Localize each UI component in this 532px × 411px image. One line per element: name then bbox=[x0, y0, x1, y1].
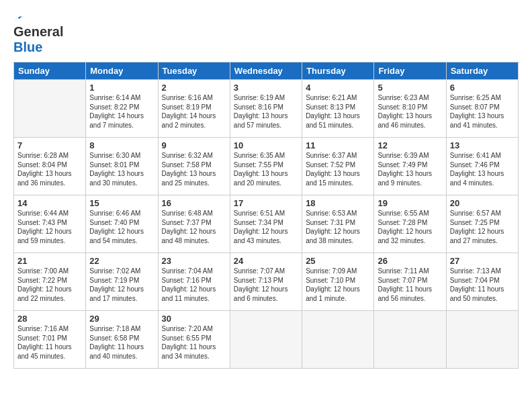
calendar-cell bbox=[374, 311, 446, 369]
calendar-cell: 4Sunrise: 6:21 AM Sunset: 8:13 PM Daylig… bbox=[302, 80, 374, 138]
day-number: 11 bbox=[306, 140, 370, 150]
day-number: 16 bbox=[162, 198, 226, 208]
day-detail: Sunrise: 6:32 AM Sunset: 7:58 PM Dayligh… bbox=[162, 151, 226, 187]
calendar-cell: 20Sunrise: 6:57 AM Sunset: 7:25 PM Dayli… bbox=[446, 195, 518, 253]
day-detail: Sunrise: 6:19 AM Sunset: 8:16 PM Dayligh… bbox=[234, 93, 298, 130]
calendar-cell: 14Sunrise: 6:44 AM Sunset: 7:43 PM Dayli… bbox=[14, 195, 86, 253]
day-detail: Sunrise: 6:41 AM Sunset: 7:46 PM Dayligh… bbox=[450, 151, 515, 187]
day-number: 21 bbox=[17, 256, 82, 266]
day-detail: Sunrise: 7:04 AM Sunset: 7:16 PM Dayligh… bbox=[162, 267, 226, 303]
calendar-cell: 15Sunrise: 6:46 AM Sunset: 7:40 PM Dayli… bbox=[86, 195, 158, 253]
day-detail: Sunrise: 7:07 AM Sunset: 7:13 PM Dayligh… bbox=[234, 267, 298, 303]
day-detail: Sunrise: 6:48 AM Sunset: 7:37 PM Dayligh… bbox=[162, 209, 226, 245]
calendar-cell: 28Sunrise: 7:16 AM Sunset: 7:01 PM Dayli… bbox=[14, 311, 86, 369]
calendar-cell: 24Sunrise: 7:07 AM Sunset: 7:13 PM Dayli… bbox=[230, 253, 302, 311]
day-number: 10 bbox=[234, 140, 298, 150]
day-detail: Sunrise: 7:09 AM Sunset: 7:10 PM Dayligh… bbox=[306, 267, 370, 303]
day-number: 7 bbox=[17, 140, 82, 150]
header: General Blue bbox=[13, 12, 519, 55]
day-detail: Sunrise: 6:35 AM Sunset: 7:55 PM Dayligh… bbox=[234, 151, 298, 187]
day-detail: Sunrise: 6:23 AM Sunset: 8:10 PM Dayligh… bbox=[378, 93, 442, 130]
day-number: 6 bbox=[450, 83, 515, 93]
day-number: 25 bbox=[306, 256, 370, 266]
calendar-cell: 21Sunrise: 7:00 AM Sunset: 7:22 PM Dayli… bbox=[14, 253, 86, 311]
day-number: 24 bbox=[234, 256, 298, 266]
day-number: 8 bbox=[89, 140, 154, 150]
day-number: 14 bbox=[17, 198, 82, 208]
day-detail: Sunrise: 6:55 AM Sunset: 7:28 PM Dayligh… bbox=[378, 209, 442, 245]
weekday-header-friday: Friday bbox=[374, 62, 446, 80]
calendar-cell: 30Sunrise: 7:20 AM Sunset: 6:55 PM Dayli… bbox=[158, 311, 230, 369]
day-number: 4 bbox=[306, 83, 370, 93]
day-detail: Sunrise: 6:51 AM Sunset: 7:34 PM Dayligh… bbox=[234, 209, 298, 245]
day-number: 20 bbox=[450, 198, 515, 208]
calendar-table: SundayMondayTuesdayWednesdayThursdayFrid… bbox=[13, 62, 519, 369]
day-number: 17 bbox=[234, 198, 298, 208]
logo-icon bbox=[13, 12, 26, 24]
day-detail: Sunrise: 7:13 AM Sunset: 7:04 PM Dayligh… bbox=[450, 267, 515, 303]
day-number: 15 bbox=[89, 198, 154, 208]
day-number: 1 bbox=[89, 83, 154, 93]
day-detail: Sunrise: 7:20 AM Sunset: 6:55 PM Dayligh… bbox=[162, 324, 226, 361]
day-number: 28 bbox=[17, 314, 82, 324]
calendar-cell bbox=[14, 80, 86, 138]
day-detail: Sunrise: 6:28 AM Sunset: 8:04 PM Dayligh… bbox=[17, 151, 82, 187]
calendar-cell bbox=[302, 311, 374, 369]
calendar-cell: 26Sunrise: 7:11 AM Sunset: 7:07 PM Dayli… bbox=[374, 253, 446, 311]
day-detail: Sunrise: 6:14 AM Sunset: 8:22 PM Dayligh… bbox=[89, 93, 154, 130]
calendar-cell: 12Sunrise: 6:39 AM Sunset: 7:49 PM Dayli… bbox=[374, 138, 446, 195]
logo-text-general: General bbox=[13, 24, 63, 40]
calendar-cell: 27Sunrise: 7:13 AM Sunset: 7:04 PM Dayli… bbox=[446, 253, 518, 311]
day-number: 12 bbox=[378, 140, 442, 150]
calendar-cell: 8Sunrise: 6:30 AM Sunset: 8:01 PM Daylig… bbox=[86, 138, 158, 195]
day-number: 27 bbox=[450, 256, 515, 266]
day-detail: Sunrise: 7:16 AM Sunset: 7:01 PM Dayligh… bbox=[17, 324, 82, 361]
day-number: 5 bbox=[378, 83, 442, 93]
calendar-cell: 2Sunrise: 6:16 AM Sunset: 8:19 PM Daylig… bbox=[158, 80, 230, 138]
calendar-cell: 23Sunrise: 7:04 AM Sunset: 7:16 PM Dayli… bbox=[158, 253, 230, 311]
day-detail: Sunrise: 6:30 AM Sunset: 8:01 PM Dayligh… bbox=[89, 151, 154, 187]
calendar-cell: 18Sunrise: 6:53 AM Sunset: 7:31 PM Dayli… bbox=[302, 195, 374, 253]
weekday-header-thursday: Thursday bbox=[302, 62, 374, 80]
day-detail: Sunrise: 6:21 AM Sunset: 8:13 PM Dayligh… bbox=[306, 93, 370, 130]
day-detail: Sunrise: 7:02 AM Sunset: 7:19 PM Dayligh… bbox=[89, 267, 154, 303]
day-number: 26 bbox=[378, 256, 442, 266]
day-detail: Sunrise: 6:46 AM Sunset: 7:40 PM Dayligh… bbox=[89, 209, 154, 245]
weekday-header-wednesday: Wednesday bbox=[230, 62, 302, 80]
calendar-cell: 29Sunrise: 7:18 AM Sunset: 6:58 PM Dayli… bbox=[86, 311, 158, 369]
day-detail: Sunrise: 7:00 AM Sunset: 7:22 PM Dayligh… bbox=[17, 267, 82, 303]
calendar-cell: 17Sunrise: 6:51 AM Sunset: 7:34 PM Dayli… bbox=[230, 195, 302, 253]
day-detail: Sunrise: 6:53 AM Sunset: 7:31 PM Dayligh… bbox=[306, 209, 370, 245]
calendar-cell: 11Sunrise: 6:37 AM Sunset: 7:52 PM Dayli… bbox=[302, 138, 374, 195]
day-number: 9 bbox=[162, 140, 226, 150]
calendar-cell bbox=[230, 311, 302, 369]
weekday-header-sunday: Sunday bbox=[14, 62, 86, 80]
calendar-cell: 3Sunrise: 6:19 AM Sunset: 8:16 PM Daylig… bbox=[230, 80, 302, 138]
weekday-header-saturday: Saturday bbox=[446, 62, 518, 80]
calendar-cell: 13Sunrise: 6:41 AM Sunset: 7:46 PM Dayli… bbox=[446, 138, 518, 195]
weekday-header-tuesday: Tuesday bbox=[158, 62, 230, 80]
calendar-cell: 22Sunrise: 7:02 AM Sunset: 7:19 PM Dayli… bbox=[86, 253, 158, 311]
page: General Blue SundayMondayTuesdayWednesda… bbox=[0, 0, 532, 411]
day-detail: Sunrise: 6:37 AM Sunset: 7:52 PM Dayligh… bbox=[306, 151, 370, 187]
calendar-cell: 5Sunrise: 6:23 AM Sunset: 8:10 PM Daylig… bbox=[374, 80, 446, 138]
day-number: 19 bbox=[378, 198, 442, 208]
calendar-cell: 9Sunrise: 6:32 AM Sunset: 7:58 PM Daylig… bbox=[158, 138, 230, 195]
day-number: 3 bbox=[234, 83, 298, 93]
weekday-header-monday: Monday bbox=[86, 62, 158, 80]
calendar-cell: 1Sunrise: 6:14 AM Sunset: 8:22 PM Daylig… bbox=[86, 80, 158, 138]
day-detail: Sunrise: 6:57 AM Sunset: 7:25 PM Dayligh… bbox=[450, 209, 515, 245]
logo-text-blue: Blue bbox=[13, 40, 42, 54]
day-detail: Sunrise: 6:44 AM Sunset: 7:43 PM Dayligh… bbox=[17, 209, 82, 245]
calendar-cell bbox=[446, 311, 518, 369]
day-detail: Sunrise: 6:39 AM Sunset: 7:49 PM Dayligh… bbox=[378, 151, 442, 187]
day-detail: Sunrise: 7:18 AM Sunset: 6:58 PM Dayligh… bbox=[89, 324, 154, 361]
calendar-cell: 25Sunrise: 7:09 AM Sunset: 7:10 PM Dayli… bbox=[302, 253, 374, 311]
calendar-cell: 7Sunrise: 6:28 AM Sunset: 8:04 PM Daylig… bbox=[14, 138, 86, 195]
day-number: 30 bbox=[162, 314, 226, 324]
calendar-cell: 10Sunrise: 6:35 AM Sunset: 7:55 PM Dayli… bbox=[230, 138, 302, 195]
logo: General Blue bbox=[13, 12, 63, 55]
calendar-cell: 19Sunrise: 6:55 AM Sunset: 7:28 PM Dayli… bbox=[374, 195, 446, 253]
day-number: 22 bbox=[89, 256, 154, 266]
day-number: 23 bbox=[162, 256, 226, 266]
